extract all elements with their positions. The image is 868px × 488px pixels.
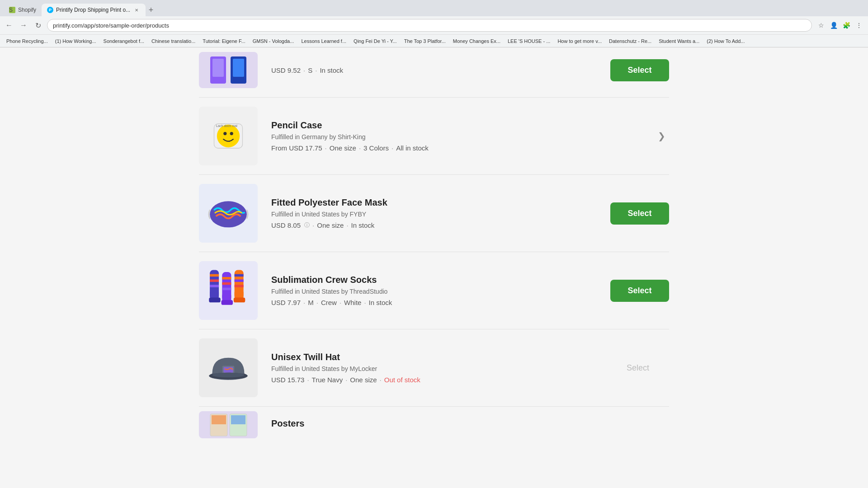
bookmark-lessons[interactable]: Lessons Learned f... xyxy=(298,38,349,45)
bookmark-student[interactable]: Student Wants a... xyxy=(656,38,702,45)
hat-price: USD 15.73 xyxy=(271,376,304,384)
tab-bar: S Shopify P Printify Drop Shipping Print… xyxy=(0,0,868,16)
svg-rect-27 xyxy=(235,285,244,287)
page-content: USD 9.52 · S · In stock Select xyxy=(0,47,868,488)
svg-rect-25 xyxy=(235,274,244,277)
bookmark-lee[interactable]: LEE 'S HOUSE - ... xyxy=(505,38,553,45)
pencil-case-info: Pencil Case Fulfilled in Germany by Shir… xyxy=(267,120,645,152)
partial-price: USD 9.52 xyxy=(271,66,301,74)
pencil-case-name: Pencil Case xyxy=(271,120,641,131)
back-button[interactable]: ← xyxy=(4,20,14,31)
bookmarks-bar: Phone Recycling... (1) How Working... So… xyxy=(0,34,868,47)
pencil-case-card: Lach doch mal Pencil Case Fulfilled in G… xyxy=(199,98,669,175)
pencil-case-image: Lach doch mal xyxy=(199,107,258,165)
socks-card: Sublimation Crew Socks Fulfilled in Unit… xyxy=(199,252,669,329)
pencil-case-fulfillment: Fulfilled in Germany by Shirt-King xyxy=(271,133,641,141)
socks-info: Sublimation Crew Socks Fulfilled in Unit… xyxy=(267,275,601,306)
posters-info: Posters xyxy=(267,418,669,432)
face-mask-image xyxy=(199,184,258,243)
partial-product-svg xyxy=(208,54,249,86)
svg-point-7 xyxy=(230,132,233,135)
face-mask-details: USD 8.05 ⓘ · One size · In stock xyxy=(271,221,597,229)
pencil-case-size: One size xyxy=(330,144,356,152)
bookmark-chinese[interactable]: Chinese translatio... xyxy=(149,38,198,45)
face-mask-info: Fitted Polyester Face Mask Fulfilled in … xyxy=(267,197,601,229)
bookmark-top3[interactable]: The Top 3 Platfor... xyxy=(401,38,448,45)
pencil-case-stock: All in stock xyxy=(396,144,429,152)
socks-details: USD 7.97 · M · Crew · White · In stock xyxy=(271,299,597,306)
socks-style: Crew xyxy=(321,299,337,306)
bookmark-gmsn[interactable]: GMSN - Vologda... xyxy=(250,38,297,45)
face-mask-card: Fitted Polyester Face Mask Fulfilled in … xyxy=(199,175,669,252)
products-container: USD 9.52 · S · In stock Select xyxy=(190,47,678,488)
face-mask-stock: In stock xyxy=(351,221,375,229)
socks-price: USD 7.97 xyxy=(271,299,301,306)
face-mask-svg xyxy=(206,195,251,231)
svg-text:Lach doch mal: Lach doch mal xyxy=(216,124,237,128)
pencil-case-colors: 3 Colors xyxy=(363,144,389,152)
bookmark-how-to-add[interactable]: (2) How To Add... xyxy=(704,38,747,45)
more-options-button[interactable]: ⋮ xyxy=(854,20,864,31)
partial-select-button[interactable]: Select xyxy=(610,59,669,81)
address-input[interactable] xyxy=(47,19,812,32)
svg-rect-19 xyxy=(222,277,231,279)
bookmark-how-working[interactable]: (1) How Working... xyxy=(52,38,99,45)
reload-button[interactable]: ↻ xyxy=(33,20,43,31)
bookmark-money-changes[interactable]: Money Changes Ex... xyxy=(450,38,503,45)
socks-color: White xyxy=(344,299,361,306)
posters-name: Posters xyxy=(271,418,665,429)
hat-color: True Navy xyxy=(312,376,343,384)
face-mask-size: One size xyxy=(317,221,344,229)
forward-button[interactable]: → xyxy=(18,20,29,31)
hat-select-button: Select xyxy=(610,357,669,379)
socks-stock: In stock xyxy=(369,299,392,306)
tab-close-icon[interactable]: ✕ xyxy=(133,6,140,14)
svg-rect-23 xyxy=(235,291,244,299)
svg-rect-11 xyxy=(210,291,219,299)
pencil-case-details: From USD 17.75 · One size · 3 Colors · A… xyxy=(271,144,641,152)
tab-printify[interactable]: P Printify Drop Shipping Print o... ✕ xyxy=(42,4,146,16)
svg-rect-35 xyxy=(212,415,226,424)
face-mask-info-icon: ⓘ xyxy=(304,221,310,229)
svg-rect-18 xyxy=(222,300,233,305)
socks-image xyxy=(199,261,258,320)
browser-chrome: S Shopify P Printify Drop Shipping Print… xyxy=(0,0,868,47)
bookmark-star-button[interactable]: ☆ xyxy=(816,20,826,31)
address-bar-row: ← → ↻ ☆ 👤 🧩 ⋮ xyxy=(0,16,868,34)
new-tab-button[interactable]: + xyxy=(146,5,156,15)
bookmark-sonderangebot[interactable]: Sonderangebot f... xyxy=(101,38,147,45)
hat-image xyxy=(199,338,258,397)
partial-size: S xyxy=(308,66,312,74)
svg-rect-20 xyxy=(222,282,231,285)
face-mask-name: Fitted Polyester Face Mask xyxy=(271,197,597,208)
bookmark-qing[interactable]: Qing Fei De Yi - Y... xyxy=(351,38,400,45)
socks-select-button[interactable]: Select xyxy=(610,280,669,302)
socks-fulfillment: Fulfilled in United States by ThreadStud… xyxy=(271,288,597,295)
hat-size: One size xyxy=(350,376,377,384)
svg-rect-2 xyxy=(212,59,224,77)
tab-shopify[interactable]: S Shopify xyxy=(4,4,42,16)
bookmark-how-more[interactable]: How to get more v... xyxy=(555,38,604,45)
svg-point-6 xyxy=(223,132,226,135)
partial-product-info: USD 9.52 · S · In stock xyxy=(267,66,601,74)
face-mask-select-button[interactable]: Select xyxy=(610,202,669,225)
svg-rect-15 xyxy=(210,285,219,287)
svg-rect-26 xyxy=(235,279,244,282)
partial-product-details: USD 9.52 · S · In stock xyxy=(271,66,597,74)
svg-rect-3 xyxy=(233,59,244,77)
face-mask-fulfillment: Fulfilled in United States by FYBY xyxy=(271,211,597,218)
shopify-favicon: S xyxy=(9,7,15,13)
hat-stock: Out of stock xyxy=(384,376,420,384)
bookmark-datenschutz[interactable]: Datenschutz - Re... xyxy=(606,38,654,45)
extension-button[interactable]: 🧩 xyxy=(841,20,852,31)
hat-fulfillment: Fulfilled in United States by MyLocker xyxy=(271,365,597,372)
hat-name: Unisex Twill Hat xyxy=(271,352,597,362)
pencil-case-chevron-button[interactable]: ❯ xyxy=(654,127,669,145)
socks-size: M xyxy=(308,299,314,306)
bookmark-phone-recycling[interactable]: Phone Recycling... xyxy=(4,38,51,45)
profile-button[interactable]: 👤 xyxy=(828,20,839,31)
bookmark-tutorial[interactable]: Tutorial: Eigene F... xyxy=(200,38,248,45)
hat-info: Unisex Twill Hat Fulfilled in United Sta… xyxy=(267,352,601,384)
svg-rect-14 xyxy=(210,279,219,282)
svg-rect-24 xyxy=(234,297,245,302)
